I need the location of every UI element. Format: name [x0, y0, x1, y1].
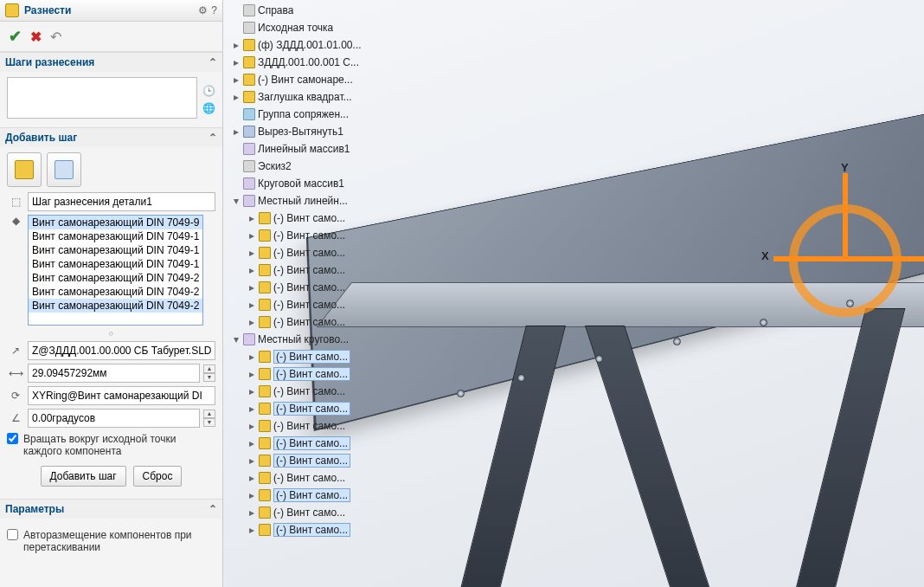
expand-icon[interactable]: ▸: [232, 39, 241, 51]
expand-icon[interactable]: ▸: [247, 403, 256, 415]
expand-icon[interactable]: ▸: [232, 56, 241, 68]
tree-node[interactable]: ▸(-) Винт само...: [228, 417, 393, 435]
tree-node[interactable]: ▸(-) Винт само...: [228, 435, 393, 452]
node-label: Круговой массив1: [258, 177, 344, 190]
expand-icon[interactable]: ▸: [247, 368, 256, 380]
expand-icon[interactable]: ▾: [232, 195, 241, 207]
tree-node[interactable]: ▸(-) Винт само...: [228, 487, 393, 504]
autoplace-checkbox[interactable]: Авторазмещение компонентов при перетаски…: [7, 529, 215, 553]
clock-icon[interactable]: 🕒: [202, 85, 215, 97]
tree-node[interactable]: ▸(-) Винт само...: [228, 383, 393, 400]
expand-icon[interactable]: ▸: [247, 472, 256, 484]
tree-node[interactable]: ▸(-) Винт само...: [228, 210, 393, 227]
tree-node[interactable]: ▸(-) Винт само...: [228, 365, 393, 383]
axis-x-handle[interactable]: [773, 256, 853, 261]
tree-node[interactable]: ▸(-) Винт само...: [228, 227, 393, 244]
params-section-header[interactable]: Параметры ⌃: [0, 500, 222, 519]
tree-node[interactable]: ▸(-) Винт самонаре...: [228, 71, 393, 88]
expand-icon[interactable]: ▸: [232, 91, 241, 103]
axis-y-handle[interactable]: [843, 173, 848, 260]
tree-node[interactable]: Исходная точка: [228, 19, 393, 36]
tree-node[interactable]: ▾Местный линейн...: [228, 192, 393, 210]
expand-icon[interactable]: ▸: [247, 351, 256, 363]
tree-node[interactable]: ▸Вырез-Вытянуть1: [228, 123, 393, 140]
expand-icon[interactable]: ▸: [247, 437, 256, 449]
flyout-feature-tree[interactable]: СправаИсходная точка▸(ф) ЗДДД.001.01.00.…: [228, 0, 393, 540]
graphics-area[interactable]: Y X Z СправаИсходная точка▸(ф) ЗДДД.001.…: [223, 0, 924, 587]
expand-icon[interactable]: ▸: [247, 506, 256, 519]
globe-icon[interactable]: 🌐: [202, 102, 215, 114]
tree-node[interactable]: ▸(-) Винт само...: [228, 313, 393, 331]
steps-section-header[interactable]: Шаги разнесения ⌃: [0, 53, 222, 72]
tree-node[interactable]: ▸(-) Винт само...: [228, 400, 393, 417]
tree-node[interactable]: ▸(ф) ЗДДД.001.01.00...: [228, 36, 393, 54]
list-item[interactable]: Винт самонарезающий DIN 7049-2: [29, 299, 202, 313]
cancel-button[interactable]: ✖: [30, 29, 42, 45]
tree-node[interactable]: ▸(-) Винт само...: [228, 296, 393, 313]
expand-icon[interactable]: ▸: [247, 229, 256, 242]
tree-node[interactable]: ▸(-) Винт само...: [228, 469, 393, 487]
step-name-input[interactable]: [28, 192, 215, 211]
expand-icon[interactable]: ▸: [232, 74, 241, 86]
tree-node[interactable]: Эскиз2: [228, 158, 393, 175]
tree-node[interactable]: ▸ЗДДД.001.00.001 С...: [228, 54, 393, 71]
expand-icon[interactable]: ▾: [232, 333, 241, 345]
steps-list[interactable]: [7, 77, 197, 119]
panel-header: Разнести ⚙ ?: [0, 0, 222, 22]
tree-node[interactable]: ▸(-) Винт само...: [228, 348, 393, 365]
tree-node[interactable]: ▸(-) Винт само...: [228, 244, 393, 261]
angle-input[interactable]: [28, 409, 200, 428]
rotate-origin-checkbox[interactable]: Вращать вокруг исходной точки каждого ко…: [7, 433, 215, 457]
expand-icon[interactable]: ▸: [232, 126, 241, 138]
tree-node[interactable]: ▸(-) Винт само...: [228, 521, 393, 539]
expand-icon[interactable]: ▸: [247, 316, 256, 328]
ok-button[interactable]: ✔: [9, 27, 22, 46]
components-listbox[interactable]: Винт самонарезающий DIN 7049-9Винт самон…: [28, 215, 203, 326]
axis-z-handle[interactable]: [848, 256, 924, 261]
expand-icon[interactable]: ▸: [247, 489, 256, 501]
tree-node[interactable]: Линейный массив1: [228, 140, 393, 158]
add-step-button[interactable]: Добавить шаг: [41, 466, 126, 487]
tree-node[interactable]: ▾Местный кругово...: [228, 331, 393, 348]
tree-node[interactable]: Группа сопряжен...: [228, 106, 393, 123]
tree-node[interactable]: ▸(-) Винт само...: [228, 504, 393, 521]
list-item[interactable]: Винт самонарезающий DIN 7049-1: [29, 243, 202, 257]
expand-icon[interactable]: ▸: [247, 385, 256, 397]
expand-icon[interactable]: ▸: [247, 420, 256, 432]
tree-node[interactable]: Справа: [228, 2, 393, 19]
rotation-axis-input[interactable]: [28, 386, 215, 405]
tree-node[interactable]: Круговой массив1: [228, 175, 393, 192]
expand-icon[interactable]: ▸: [247, 281, 256, 294]
expand-icon[interactable]: ▸: [247, 455, 256, 467]
list-item[interactable]: Винт самонарезающий DIN 7049-2: [29, 285, 202, 299]
tree-node[interactable]: ▸(-) Винт само...: [228, 452, 393, 469]
spin-up[interactable]: ▲: [203, 410, 215, 418]
tree-node[interactable]: ▸(-) Винт само...: [228, 279, 393, 296]
autoplace-check[interactable]: [7, 529, 18, 540]
list-item[interactable]: Винт самонарезающий DIN 7049-1: [29, 229, 202, 243]
expand-icon[interactable]: ▸: [247, 299, 256, 311]
help-icon[interactable]: ?: [211, 4, 217, 16]
radial-mode-button[interactable]: [47, 152, 81, 187]
spin-down[interactable]: ▼: [203, 373, 215, 382]
distance-input[interactable]: [28, 364, 200, 383]
settings-icon[interactable]: ⚙: [198, 4, 208, 16]
tree-node[interactable]: ▸Заглушка квадрат...: [228, 88, 393, 106]
add-step-header[interactable]: Добавить шаг ⌃: [0, 128, 222, 147]
rotate-origin-check[interactable]: [7, 433, 18, 444]
tree-node[interactable]: ▸(-) Винт само...: [228, 261, 393, 279]
list-item[interactable]: Винт самонарезающий DIN 7049-9: [29, 216, 202, 229]
list-item[interactable]: Винт самонарезающий DIN 7049-1: [29, 257, 202, 271]
move-triad[interactable]: Y X Z: [773, 173, 921, 338]
expand-icon[interactable]: ▸: [247, 212, 256, 224]
translate-mode-button[interactable]: [7, 152, 42, 187]
expand-icon[interactable]: ▸: [247, 524, 256, 536]
undo-icon[interactable]: ↶: [50, 29, 61, 45]
reset-button[interactable]: Сброс: [133, 466, 183, 487]
list-item[interactable]: Винт самонарезающий DIN 7049-2: [29, 271, 202, 285]
direction-input[interactable]: [28, 341, 215, 360]
expand-icon[interactable]: ▸: [247, 264, 256, 276]
expand-icon[interactable]: ▸: [247, 247, 256, 259]
spin-down[interactable]: ▼: [203, 418, 215, 427]
spin-up[interactable]: ▲: [203, 364, 215, 373]
